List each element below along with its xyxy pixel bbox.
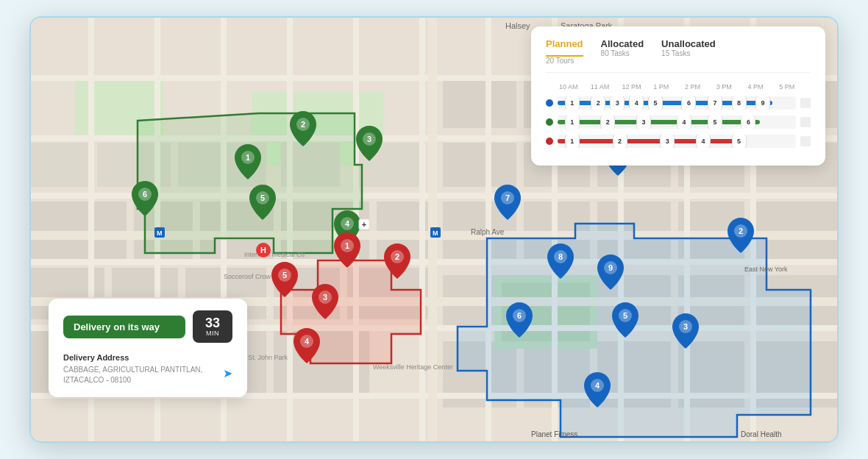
timeline-seg-3-3[interactable]: 3 bbox=[660, 135, 675, 148]
timeline-seg-1-3[interactable]: 3 bbox=[610, 96, 625, 110]
timeline-bar-2 bbox=[558, 120, 760, 124]
svg-text:H: H bbox=[260, 246, 266, 255]
tab-unallocated-label: Unallocated bbox=[661, 38, 716, 49]
timeline-bar-container-1: 1 2 3 4 5 6 7 8 9 bbox=[558, 96, 796, 110]
delivery-time-unit: MIN bbox=[200, 330, 225, 337]
svg-text:5: 5 bbox=[623, 311, 627, 320]
svg-text:M: M bbox=[157, 230, 163, 237]
timeline-dot-3 bbox=[546, 138, 553, 145]
hour-2pm: 2 PM bbox=[685, 83, 716, 90]
delivery-address-row: CABBAGE, AGRICULTURAL PANTITLAN, IZTACAL… bbox=[63, 365, 232, 385]
hour-12pm: 12 PM bbox=[622, 83, 654, 90]
hour-1pm: 1 PM bbox=[653, 83, 685, 90]
timeline-row-2: 1 2 3 4 5 6 bbox=[546, 115, 811, 129]
timeline-bar-container-2: 1 2 3 4 5 6 bbox=[558, 115, 796, 129]
svg-text:4: 4 bbox=[595, 381, 600, 390]
tab-allocated-sub: 80 Tasks bbox=[601, 49, 644, 57]
timeline-bar-container-3: 1 2 3 4 5 bbox=[558, 135, 796, 148]
svg-text:East New York: East New York bbox=[744, 266, 788, 273]
hour-3pm: 3 PM bbox=[716, 83, 748, 90]
timeline-hours: 10 AM 11 AM 12 PM 1 PM 2 PM 3 PM 4 PM 5 … bbox=[546, 83, 811, 90]
delivery-time-number: 33 bbox=[200, 316, 225, 330]
timeline-seg-1-4[interactable]: 4 bbox=[629, 96, 644, 110]
navigation-icon[interactable]: ➤ bbox=[223, 366, 232, 380]
tab-unallocated-sub: 15 Tasks bbox=[661, 49, 716, 57]
svg-text:Planet Fitness: Planet Fitness bbox=[531, 430, 577, 438]
delivery-status-badge: Delivery on its way bbox=[63, 316, 185, 338]
tab-allocated[interactable]: Allocated 80 Tasks bbox=[601, 38, 644, 65]
timeline-dot-1 bbox=[546, 99, 553, 107]
timeline-seg-2-2[interactable]: 2 bbox=[600, 115, 615, 129]
timeline-seg-2-4[interactable]: 4 bbox=[677, 115, 691, 129]
svg-text:+: + bbox=[362, 220, 366, 229]
timeline-end-2 bbox=[800, 117, 811, 127]
svg-rect-63 bbox=[419, 18, 425, 441]
hour-11am: 11 AM bbox=[591, 83, 622, 90]
tab-unallocated[interactable]: Unallocated 15 Tasks bbox=[661, 38, 716, 65]
timeline-tabs: Planned 20 Tours Allocated 80 Tasks Unal… bbox=[546, 38, 811, 73]
svg-text:6: 6 bbox=[517, 311, 522, 320]
svg-text:3: 3 bbox=[683, 322, 688, 331]
svg-text:8: 8 bbox=[558, 252, 563, 261]
timeline-seg-2-3[interactable]: 3 bbox=[636, 115, 651, 129]
svg-text:5: 5 bbox=[260, 193, 265, 202]
timeline-seg-3-1[interactable]: 1 bbox=[565, 135, 580, 148]
timeline-seg-1-7[interactable]: 7 bbox=[708, 96, 722, 110]
tab-planned-label: Planned bbox=[546, 38, 583, 57]
svg-text:Ralph Ave: Ralph Ave bbox=[471, 228, 505, 236]
timeline-seg-3-4[interactable]: 4 bbox=[696, 135, 711, 148]
svg-text:Weeksville Heritage Center: Weeksville Heritage Center bbox=[373, 363, 453, 371]
timeline-row-3: 1 2 3 4 5 bbox=[546, 135, 811, 148]
timeline-seg-1-1[interactable]: 1 bbox=[565, 96, 580, 110]
timeline-panel: Planned 20 Tours Allocated 80 Tasks Unal… bbox=[531, 26, 825, 166]
timeline-row-1: 1 2 3 4 5 6 7 8 9 bbox=[546, 96, 811, 110]
timeline-seg-3-2[interactable]: 2 bbox=[613, 135, 627, 148]
svg-text:4: 4 bbox=[305, 337, 310, 346]
timeline-seg-1-9[interactable]: 9 bbox=[755, 96, 770, 110]
timeline-end-1 bbox=[800, 98, 811, 108]
timeline-seg-3-5[interactable]: 5 bbox=[732, 135, 747, 148]
tab-planned[interactable]: Planned 20 Tours bbox=[546, 38, 583, 65]
timeline-seg-1-8[interactable]: 8 bbox=[732, 96, 747, 110]
hour-4pm: 4 PM bbox=[748, 83, 780, 90]
svg-text:Interfaith Medical Ctr: Interfaith Medical Ctr bbox=[244, 251, 305, 258]
timeline-seg-1-5[interactable]: 5 bbox=[648, 96, 663, 110]
delivery-status-row: Delivery on its way 33 MIN bbox=[63, 310, 232, 343]
svg-text:Doral Health: Doral Health bbox=[741, 430, 782, 438]
tab-planned-sub: 20 Tours bbox=[546, 57, 583, 65]
svg-text:M: M bbox=[433, 230, 438, 237]
svg-text:5: 5 bbox=[282, 271, 287, 280]
main-container: Halsey Saratoga Park Socceroof Crow Heig… bbox=[29, 16, 839, 443]
svg-text:3: 3 bbox=[323, 293, 327, 302]
tab-allocated-label: Allocated bbox=[601, 38, 644, 49]
svg-text:6: 6 bbox=[143, 190, 147, 199]
timeline-bar-3 bbox=[558, 139, 744, 143]
timeline-seg-1-6[interactable]: 6 bbox=[681, 96, 696, 110]
timeline-seg-2-6[interactable]: 6 bbox=[741, 115, 755, 129]
timeline-seg-2-1[interactable]: 1 bbox=[565, 115, 580, 129]
svg-text:4: 4 bbox=[345, 219, 350, 228]
svg-text:3: 3 bbox=[367, 135, 371, 143]
svg-text:1: 1 bbox=[246, 153, 250, 162]
delivery-address-text: CABBAGE, AGRICULTURAL PANTITLAN, IZTACAL… bbox=[63, 365, 217, 385]
hour-5pm: 5 PM bbox=[779, 83, 811, 90]
svg-text:7: 7 bbox=[505, 193, 510, 202]
delivery-time-badge: 33 MIN bbox=[193, 310, 232, 343]
svg-text:9: 9 bbox=[608, 263, 613, 272]
svg-text:Halsey: Halsey bbox=[505, 21, 530, 30]
svg-text:2: 2 bbox=[301, 120, 305, 129]
svg-rect-23 bbox=[443, 76, 516, 128]
delivery-card: Delivery on its way 33 MIN Delivery Addr… bbox=[49, 299, 247, 397]
svg-text:2: 2 bbox=[395, 252, 399, 261]
timeline-seg-1-2[interactable]: 2 bbox=[591, 96, 605, 110]
delivery-address-label: Delivery Address bbox=[63, 353, 232, 362]
hour-10am: 10 AM bbox=[559, 83, 591, 90]
svg-text:2: 2 bbox=[739, 227, 743, 235]
svg-marker-70 bbox=[138, 113, 362, 253]
timeline-seg-2-5[interactable]: 5 bbox=[708, 115, 722, 129]
svg-text:St. John Park: St. John Park bbox=[248, 354, 288, 361]
svg-text:1: 1 bbox=[345, 241, 349, 250]
svg-rect-4 bbox=[31, 143, 90, 187]
svg-rect-28 bbox=[443, 143, 516, 187]
timeline-end-3 bbox=[800, 136, 811, 146]
